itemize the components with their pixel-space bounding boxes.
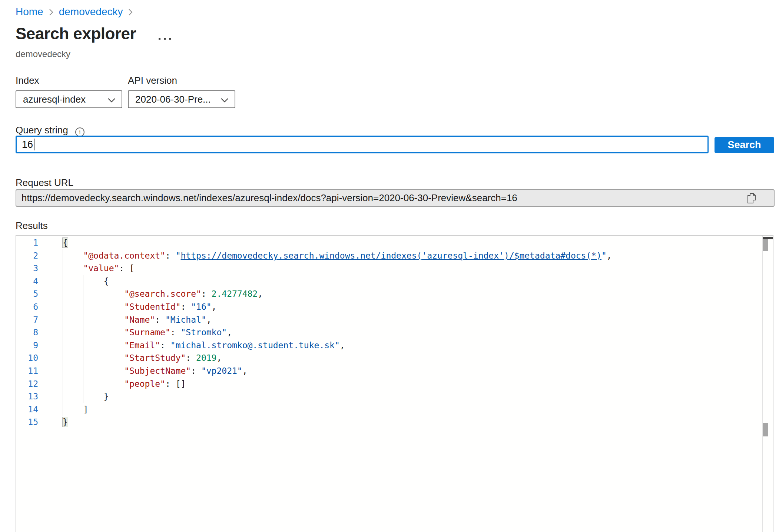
indent-guide	[104, 288, 104, 390]
chevron-down-icon	[221, 94, 229, 105]
line-number: 9	[16, 339, 38, 352]
line-number: 11	[16, 365, 38, 378]
code-line: 4 {	[16, 275, 773, 288]
code-line: 9 "Email": "michal.stromko@.student.tuke…	[16, 339, 773, 352]
indent-guide	[83, 275, 83, 403]
code-line: 8 "Surname": "Stromko",	[16, 326, 773, 339]
code-line: 3 "value": [	[16, 262, 773, 275]
code-line: 6 "StudentId": "16",	[16, 300, 773, 313]
api-version-dropdown[interactable]: 2020-06-30-Pre...	[128, 90, 235, 108]
page-title: Search explorer	[16, 24, 136, 43]
line-number: 1	[16, 236, 38, 249]
text-cursor	[34, 139, 34, 150]
line-number: 2	[16, 249, 38, 262]
code-line: 5 "@search.score": 2.4277482,	[16, 287, 773, 300]
breadcrumb-home-link[interactable]: Home	[16, 6, 43, 18]
api-version-dropdown-value: 2020-06-30-Pre...	[135, 94, 211, 105]
code-line: 2 "@odata.context": "https://demovedecky…	[16, 249, 773, 262]
code-line: 13 }	[16, 390, 773, 403]
line-number: 3	[16, 262, 38, 275]
chevron-right-icon	[49, 8, 54, 16]
ruler-bracket-mark	[763, 423, 768, 436]
index-dropdown[interactable]: azuresql-index	[16, 90, 122, 108]
line-number: 8	[16, 326, 38, 339]
line-number: 5	[16, 287, 38, 300]
code-line: 11 "SubjectName": "vp2021",	[16, 365, 773, 378]
search-explorer-page: Home demovedecky Search explorer demoved…	[0, 0, 779, 532]
breadcrumb-service-link[interactable]: demovedecky	[59, 6, 123, 18]
chevron-down-icon	[107, 94, 116, 105]
ruler-cursor-mark	[763, 237, 773, 239]
line-number: 13	[16, 390, 38, 403]
request-url-value: https://demovedecky.search.windows.net/i…	[21, 192, 517, 204]
code-line: 12 "people": []	[16, 378, 773, 390]
ruler-bracket-mark	[763, 239, 768, 251]
index-label: Index	[16, 75, 39, 86]
results-label: Results	[16, 220, 48, 232]
line-number: 6	[16, 300, 38, 313]
search-button[interactable]: Search	[715, 137, 774, 153]
line-number: 4	[16, 275, 38, 288]
query-string-label: Query string	[16, 124, 68, 136]
overview-ruler[interactable]	[762, 236, 773, 532]
query-string-input[interactable]: 16	[16, 136, 709, 153]
code-lines: 1{2 "@odata.context": "https://demovedec…	[16, 236, 773, 429]
line-number: 15	[16, 416, 38, 429]
code-line: 1{	[16, 236, 773, 249]
line-number: 14	[16, 403, 38, 416]
line-number: 7	[16, 313, 38, 326]
line-number: 10	[16, 352, 38, 365]
page-subtitle: demovedecky	[16, 49, 70, 59]
results-editor[interactable]: 1{2 "@odata.context": "https://demovedec…	[16, 235, 773, 532]
line-number: 12	[16, 378, 38, 390]
more-options-icon[interactable]	[157, 36, 172, 41]
breadcrumb: Home demovedecky	[16, 6, 133, 18]
code-line: 15}	[16, 416, 773, 429]
index-dropdown-value: azuresql-index	[23, 94, 86, 105]
query-string-value: 16	[22, 139, 33, 150]
api-version-label: API version	[128, 75, 177, 86]
indent-guide	[63, 249, 63, 416]
code-line: 7 "Name": "Michal",	[16, 313, 773, 326]
code-line: 14 ]	[16, 403, 773, 416]
copy-icon[interactable]	[746, 192, 758, 204]
request-url-label: Request URL	[16, 177, 73, 189]
code-line: 10 "StartStudy": 2019,	[16, 352, 773, 365]
request-url-field[interactable]: https://demovedecky.search.windows.net/i…	[16, 189, 775, 207]
chevron-right-icon	[128, 8, 133, 16]
